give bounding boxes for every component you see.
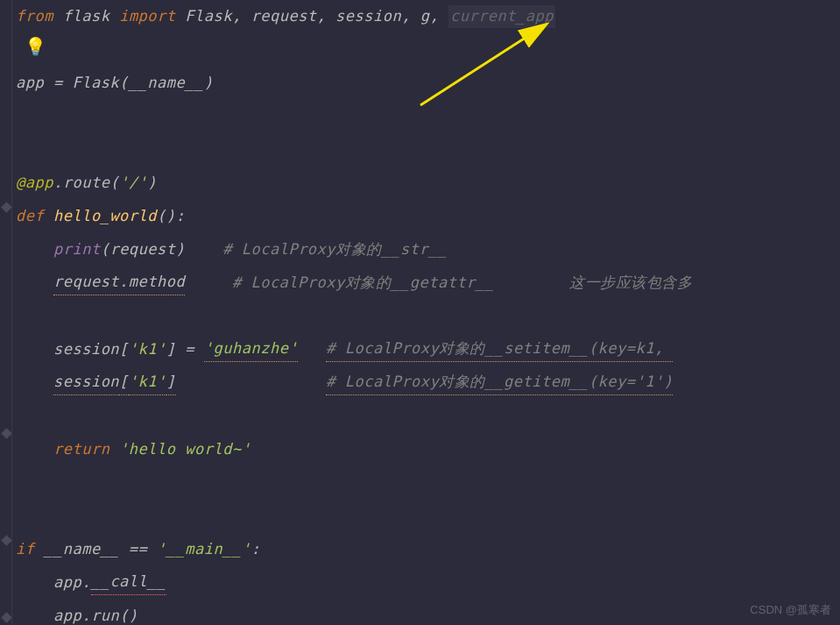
- import-list: Flask, request, session, g,: [185, 5, 448, 28]
- blank-line: [16, 33, 840, 67]
- print-call: print: [53, 238, 101, 261]
- keyword-def: def: [16, 205, 53, 228]
- function-name: hello_world: [53, 205, 157, 228]
- route-path: '/': [119, 172, 147, 195]
- keyword-return: return: [53, 438, 119, 461]
- comment: # LocalProxy对象的__getattr__ 这一步应该包含多: [232, 272, 692, 295]
- return-string: 'hello world~': [119, 438, 251, 461]
- comment: # LocalProxy对象的__str__: [222, 238, 447, 261]
- fold-marker-icon[interactable]: [1, 202, 12, 213]
- run-method: run: [91, 605, 119, 625]
- decorator: @app: [16, 172, 53, 195]
- main-string: '__main__': [157, 538, 251, 561]
- blank-line: [16, 466, 840, 500]
- session-var: session: [53, 338, 119, 361]
- code-line[interactable]: @app.route('/'): [16, 167, 840, 200]
- blank-line: [16, 500, 840, 533]
- keyword-if: if: [16, 538, 44, 561]
- blank-line: [16, 100, 840, 133]
- app-ref: app.: [53, 572, 91, 594]
- dunder-call: __call__: [91, 571, 166, 595]
- code-line[interactable]: from flask import Flask, request, sessio…: [16, 0, 840, 33]
- code-line[interactable]: return 'hello world~': [16, 433, 840, 466]
- code-line[interactable]: request.method # LocalProxy对象的__getattr_…: [16, 266, 840, 300]
- lightbulb-icon[interactable]: 💡: [25, 33, 46, 60]
- class-name: Flask: [72, 72, 119, 95]
- expr-request-method: request.method: [53, 271, 185, 295]
- comment: # LocalProxy对象的__getitem__(key='1'): [326, 371, 673, 395]
- unused-import: current_app: [448, 5, 555, 28]
- blank-line: [16, 133, 840, 167]
- builtin-name: __name__: [44, 538, 119, 561]
- session-var: session: [53, 371, 119, 395]
- code-line[interactable]: if __name__ == '__main__':: [16, 533, 840, 566]
- fold-marker-icon[interactable]: [1, 612, 12, 623]
- gutter: [0, 0, 12, 625]
- arg-request: request: [109, 238, 175, 261]
- code-line[interactable]: print(request) # LocalProxy对象的__str__: [16, 233, 840, 266]
- session-key: 'k1': [129, 371, 166, 395]
- blank-line: [16, 400, 840, 433]
- code-line[interactable]: session['k1'] = 'guhanzhe' # LocalProxy对…: [16, 333, 840, 366]
- fold-marker-icon[interactable]: [1, 428, 12, 439]
- keyword-import: import: [119, 5, 175, 28]
- route-method: route: [63, 172, 110, 195]
- assignment: app =: [16, 72, 72, 95]
- code-line[interactable]: app.__call__: [16, 566, 840, 600]
- code-line[interactable]: session['k1'] # LocalProxy对象的__getitem__…: [16, 366, 840, 400]
- code-line[interactable]: app.run(): [16, 600, 840, 625]
- watermark: CSDN @孤寒者: [750, 601, 831, 619]
- module-name: flask: [63, 5, 110, 28]
- session-key: 'k1': [129, 338, 166, 361]
- keyword-from: from: [16, 5, 53, 28]
- code-line[interactable]: app = Flask(__name__): [16, 67, 840, 100]
- comment: # LocalProxy对象的__setitem__(key=k1,: [326, 337, 673, 362]
- builtin-name: __name__: [129, 72, 204, 95]
- app-ref: app.: [53, 605, 91, 625]
- fold-marker-icon[interactable]: [1, 535, 12, 546]
- string-value: 'guhanzhe': [204, 337, 298, 362]
- code-line[interactable]: def hello_world():: [16, 200, 840, 233]
- blank-line: [16, 300, 840, 333]
- code-editor[interactable]: 💡 from flask import Flask, request, sess…: [0, 0, 840, 625]
